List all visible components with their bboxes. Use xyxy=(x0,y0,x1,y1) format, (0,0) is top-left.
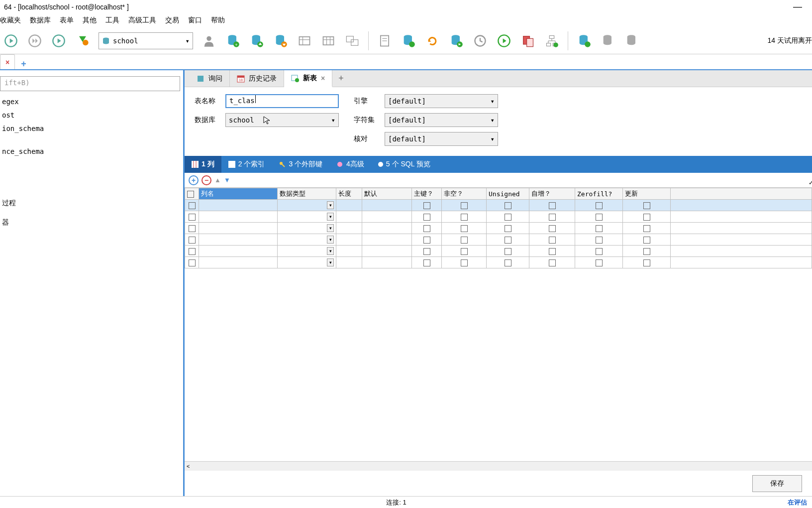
subtab-fk[interactable]: 3 个外部键 xyxy=(272,156,329,173)
notnull-checkbox[interactable] xyxy=(461,259,468,266)
sidebar-tree[interactable]: egex ost ion_schema nce_schema 过程 器 xyxy=(0,95,183,229)
zerofill-checkbox[interactable] xyxy=(596,259,603,266)
unsigned-checkbox[interactable] xyxy=(505,225,511,232)
pk-checkbox[interactable] xyxy=(423,248,430,255)
row-checkbox[interactable] xyxy=(189,214,196,221)
toolbar-db-play-icon[interactable] xyxy=(445,30,467,52)
toolbar-db-misc-icon[interactable] xyxy=(621,30,643,52)
notnull-checkbox[interactable] xyxy=(461,248,468,255)
update-checkbox[interactable] xyxy=(643,248,650,255)
close-icon[interactable]: × xyxy=(321,74,325,82)
table-row[interactable]: ▾ xyxy=(185,257,812,268)
move-down-icon[interactable]: ▼ xyxy=(224,176,230,184)
horizontal-scrollbar[interactable]: < xyxy=(185,461,812,470)
cell-length[interactable] xyxy=(336,200,362,211)
connection-tab[interactable]: × xyxy=(0,54,15,69)
cell-name[interactable] xyxy=(199,246,278,257)
col-header-pk[interactable]: 主键？ xyxy=(412,188,442,200)
toolbar-fastforward-icon[interactable] xyxy=(24,30,46,52)
menu-help[interactable]: 帮助 xyxy=(211,16,225,25)
tab-new-table[interactable]: 新表 × xyxy=(284,70,332,87)
zerofill-checkbox[interactable] xyxy=(596,214,603,221)
table-row[interactable]: ▾ xyxy=(185,211,812,223)
cell-name[interactable] xyxy=(199,200,278,211)
toolbar-clock-icon[interactable] xyxy=(469,30,491,52)
sidebar-search[interactable]: ift+B) xyxy=(0,76,180,91)
toolbar-db-up-icon[interactable] xyxy=(246,30,268,52)
cell-name[interactable] xyxy=(199,234,278,246)
update-checkbox[interactable] xyxy=(643,225,650,232)
row-checkbox[interactable] xyxy=(189,202,196,209)
cell-length[interactable] xyxy=(336,223,362,234)
add-row-button[interactable]: + xyxy=(189,175,199,185)
cell-length[interactable] xyxy=(336,246,362,257)
cell-type[interactable]: ▾ xyxy=(278,246,336,257)
pk-checkbox[interactable] xyxy=(423,202,430,209)
update-checkbox[interactable] xyxy=(643,214,650,221)
menu-other[interactable]: 其他 xyxy=(83,16,97,25)
toolbar-copy-icon[interactable] xyxy=(517,30,539,52)
toolbar-table3-icon[interactable] xyxy=(341,30,363,52)
zerofill-checkbox[interactable] xyxy=(596,237,603,244)
table-name-input[interactable]: t_clas xyxy=(225,94,339,108)
col-header-name[interactable]: 列名 xyxy=(199,188,278,200)
col-header-length[interactable]: 长度 xyxy=(336,188,362,200)
subtab-advanced[interactable]: 4高级 xyxy=(329,156,371,173)
col-header-type[interactable]: 数据类型 xyxy=(278,188,336,200)
dropdown-icon[interactable]: ▾ xyxy=(327,213,334,221)
toolbar-user-icon[interactable] xyxy=(198,30,220,52)
dropdown-icon[interactable]: ▾ xyxy=(327,224,334,232)
cell-type[interactable]: ▾ xyxy=(278,211,336,223)
menu-database[interactable]: 数据库 xyxy=(30,16,51,25)
zerofill-checkbox[interactable] xyxy=(596,225,603,232)
menu-transaction[interactable]: 交易 xyxy=(165,16,179,25)
col-header-autoinc[interactable]: 自增？ xyxy=(529,188,575,200)
tree-item[interactable]: 器 xyxy=(0,216,183,229)
toolbar-refresh-icon[interactable] xyxy=(72,30,94,52)
save-button[interactable]: 保存 xyxy=(752,475,802,492)
cell-length[interactable] xyxy=(336,257,362,268)
autoinc-checkbox[interactable] xyxy=(549,259,556,266)
autoinc-checkbox[interactable] xyxy=(549,248,556,255)
toolbar-run-icon[interactable] xyxy=(48,30,70,52)
toolbar-play-icon[interactable] xyxy=(0,30,22,52)
autoinc-checkbox[interactable] xyxy=(549,202,556,209)
pk-checkbox[interactable] xyxy=(423,237,430,244)
cell-type[interactable]: ▾ xyxy=(278,257,336,268)
toolbar-db-down-icon[interactable] xyxy=(270,30,292,52)
toolbar-table1-icon[interactable] xyxy=(294,30,315,52)
row-checkbox[interactable] xyxy=(189,237,196,244)
database-combo[interactable]: school▾ xyxy=(225,113,339,127)
add-connection-button[interactable]: + xyxy=(17,59,30,69)
database-selector[interactable]: school ▾ xyxy=(99,32,193,49)
col-header-unsigned[interactable]: Unsigned xyxy=(487,188,529,200)
toolbar-db-lock-icon[interactable] xyxy=(597,30,619,52)
notnull-checkbox[interactable] xyxy=(461,214,468,221)
cell-default[interactable] xyxy=(362,211,412,223)
toolbar-db-refresh-icon[interactable] xyxy=(398,30,419,52)
close-icon[interactable]: × xyxy=(5,58,9,66)
toolbar-doc-icon[interactable] xyxy=(374,30,396,52)
update-checkbox[interactable] xyxy=(643,237,650,244)
unsigned-checkbox[interactable] xyxy=(505,214,511,221)
col-header-notnull[interactable]: 非空？ xyxy=(442,188,487,200)
add-tab-button[interactable]: + xyxy=(332,70,350,87)
collation-combo[interactable]: [default]▾ xyxy=(385,132,498,146)
menu-favorites[interactable]: 收藏夹 xyxy=(0,16,21,25)
row-checkbox[interactable] xyxy=(189,248,196,255)
table-row[interactable]: ▾ xyxy=(185,234,812,246)
dropdown-icon[interactable]: ▾ xyxy=(327,247,334,255)
col-header-update[interactable]: 更新 xyxy=(623,188,671,200)
toolbar-table2-icon[interactable] xyxy=(317,30,339,52)
cell-default[interactable] xyxy=(362,234,412,246)
dropdown-icon[interactable]: ▾ xyxy=(327,236,334,244)
notnull-checkbox[interactable] xyxy=(461,225,468,232)
dropdown-icon[interactable]: ▾ xyxy=(327,258,334,266)
notnull-checkbox[interactable] xyxy=(461,237,468,244)
row-checkbox[interactable] xyxy=(189,225,196,232)
autoinc-checkbox[interactable] xyxy=(549,237,556,244)
autoinc-checkbox[interactable] xyxy=(549,225,556,232)
tree-item[interactable]: 过程 xyxy=(0,196,183,210)
zerofill-checkbox[interactable] xyxy=(596,248,603,255)
tree-item[interactable]: ion_schema xyxy=(0,122,183,135)
